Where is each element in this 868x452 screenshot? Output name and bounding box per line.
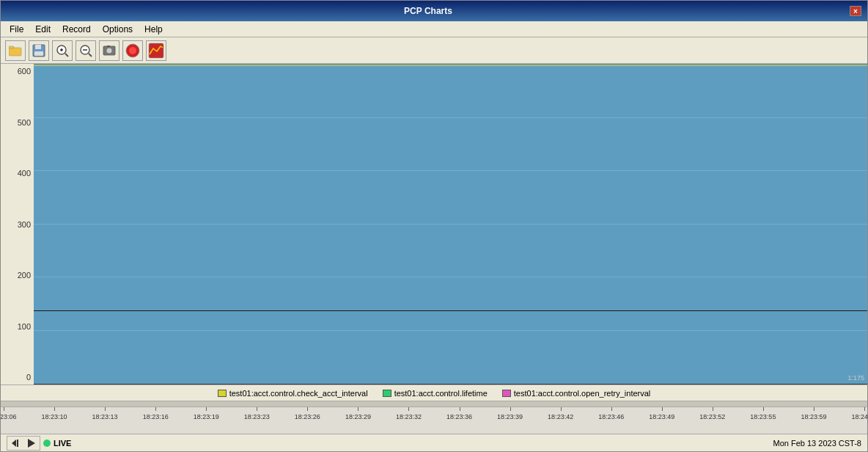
time-label-13: 18:23:49 bbox=[649, 413, 674, 420]
time-label-2: 18:23:13 bbox=[92, 413, 118, 420]
y-label-300: 300 bbox=[1, 220, 31, 229]
tick-5 bbox=[257, 407, 257, 411]
zoom-in-btn[interactable] bbox=[52, 40, 73, 61]
timeline-slider-bg bbox=[1, 401, 867, 407]
grid-line-500 bbox=[34, 117, 867, 118]
chart-line-dark bbox=[34, 310, 867, 311]
legend-label-2: test01:acct.control.open_retry_interval bbox=[514, 389, 651, 398]
time-label-15: 18:23:55 bbox=[750, 413, 776, 420]
svg-rect-19 bbox=[17, 440, 18, 447]
chart-border-bottom bbox=[34, 384, 867, 384]
svg-rect-0 bbox=[9, 48, 21, 56]
y-label-200: 200 bbox=[1, 271, 31, 280]
y-label-600: 600 bbox=[1, 67, 31, 76]
content-area: 600 500 400 300 200 100 0 bbox=[1, 64, 867, 451]
tick-3 bbox=[155, 407, 156, 411]
menu-bar: File Edit Record Options Help bbox=[1, 21, 867, 37]
legend-bar: test01:acct.control.check_acct_interval … bbox=[1, 384, 867, 401]
time-label-8: 18:23:32 bbox=[396, 413, 422, 420]
legend-color-2 bbox=[502, 390, 511, 397]
chart-icon bbox=[148, 43, 164, 59]
zoom-out-icon bbox=[79, 44, 92, 57]
menu-record[interactable]: Record bbox=[56, 23, 97, 36]
time-label-7: 18:23:29 bbox=[345, 413, 371, 420]
svg-line-11 bbox=[89, 54, 92, 56]
svg-rect-3 bbox=[35, 45, 41, 49]
tick-14 bbox=[713, 407, 713, 411]
time-label-6: 18:23:26 bbox=[295, 413, 320, 420]
close-button[interactable]: × bbox=[850, 6, 861, 16]
tick-2 bbox=[105, 407, 106, 411]
screenshot-icon bbox=[103, 45, 116, 56]
zoom-in-icon bbox=[56, 44, 69, 57]
menu-edit[interactable]: Edit bbox=[29, 23, 56, 36]
folder-icon bbox=[9, 45, 22, 56]
tick-16 bbox=[814, 407, 814, 411]
svg-rect-4 bbox=[34, 51, 43, 56]
live-label: LIVE bbox=[54, 439, 71, 448]
tick-15 bbox=[763, 407, 764, 411]
tick-17 bbox=[864, 407, 865, 411]
timeline-track-area[interactable] bbox=[1, 401, 867, 407]
svg-point-13 bbox=[107, 48, 112, 53]
tick-1 bbox=[54, 407, 55, 411]
legend-color-0 bbox=[218, 390, 227, 397]
time-label-1: 18:23:10 bbox=[42, 413, 67, 420]
save-icon bbox=[32, 44, 45, 57]
title-bar: PCP Charts × bbox=[1, 1, 867, 21]
rewind-icon[interactable] bbox=[10, 437, 22, 449]
tick-6 bbox=[307, 407, 308, 411]
time-label-5: 18:23:23 bbox=[244, 413, 270, 420]
tick-0 bbox=[4, 407, 4, 411]
time-label-14: 18:23:52 bbox=[699, 413, 725, 420]
legend-label-1: test01:acct.control.lifetime bbox=[394, 389, 488, 398]
svg-rect-14 bbox=[107, 45, 110, 47]
live-controls bbox=[7, 436, 40, 451]
timeline-bar: 18:23:0618:23:1018:23:1318:23:1618:23:19… bbox=[1, 401, 867, 434]
menu-file[interactable]: File bbox=[4, 23, 29, 36]
time-label-17: 18:24:02 bbox=[851, 413, 867, 420]
tick-7 bbox=[358, 407, 358, 411]
menu-options[interactable]: Options bbox=[97, 23, 139, 36]
legend-item-2: test01:acct.control.open_retry_interval bbox=[502, 389, 651, 398]
zoom-out-btn[interactable] bbox=[76, 40, 96, 61]
play-icon[interactable] bbox=[25, 437, 37, 449]
chart-line-yellow bbox=[34, 65, 867, 66]
y-axis: 600 500 400 300 200 100 0 bbox=[1, 64, 34, 384]
y-label-0: 0 bbox=[1, 373, 31, 382]
tick-8 bbox=[408, 407, 409, 411]
legend-label-0: test01:acct.control.check_acct_interval bbox=[229, 389, 368, 398]
svg-marker-18 bbox=[12, 440, 16, 447]
y-label-100: 100 bbox=[1, 322, 31, 331]
time-label-4: 18:23:19 bbox=[194, 413, 219, 420]
chart-plot: 1:175 bbox=[34, 64, 867, 384]
tick-9 bbox=[460, 407, 460, 411]
grid-line-200 bbox=[34, 277, 867, 277]
screenshot-btn[interactable] bbox=[99, 40, 119, 61]
legend-item-1: test01:acct.control.lifetime bbox=[383, 389, 488, 398]
svg-line-8 bbox=[65, 54, 68, 56]
y-label-400: 400 bbox=[1, 169, 31, 178]
live-indicator: LIVE bbox=[7, 436, 71, 451]
menu-help[interactable]: Help bbox=[139, 23, 169, 36]
chart-btn[interactable] bbox=[146, 40, 166, 61]
grid-line-300 bbox=[34, 224, 867, 225]
time-label-9: 18:23:36 bbox=[446, 413, 472, 420]
time-labels-row: 18:23:0618:23:1018:23:1318:23:1618:23:19… bbox=[1, 407, 867, 434]
tick-11 bbox=[561, 407, 562, 411]
status-bar: LIVE Mon Feb 13 2023 CST-8 bbox=[1, 434, 867, 451]
time-label-10: 18:23:39 bbox=[497, 413, 523, 420]
tick-13 bbox=[662, 407, 663, 411]
time-label-0: 18:23:06 bbox=[1, 413, 17, 420]
open-folder-btn[interactable] bbox=[5, 40, 26, 61]
legend-color-1 bbox=[383, 390, 391, 397]
record-btn[interactable] bbox=[122, 40, 143, 61]
save-btn[interactable] bbox=[29, 40, 49, 61]
app-window: PCP Charts × File Edit Record Options He… bbox=[0, 0, 868, 452]
grid-line-400 bbox=[34, 170, 867, 171]
time-label-16: 18:23:59 bbox=[801, 413, 826, 420]
chart-right-label: 1:175 bbox=[847, 374, 864, 382]
tick-10 bbox=[510, 407, 511, 411]
svg-rect-1 bbox=[9, 46, 14, 48]
toolbar bbox=[1, 37, 867, 64]
